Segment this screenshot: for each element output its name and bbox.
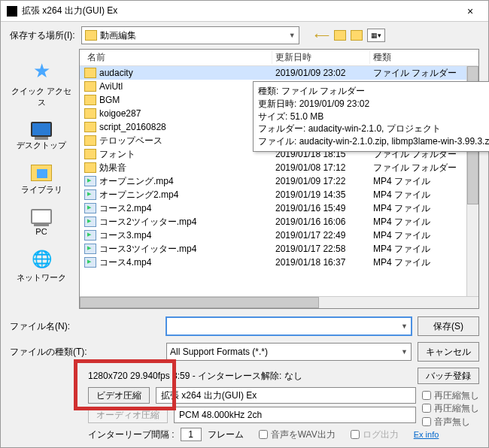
horizontal-scrollbar[interactable] [80,296,478,308]
file-type: MP4 ファイル [373,216,478,229]
app-icon [7,6,17,17]
places-bar: ★クイック アクセス デスクトップ ライブラリ PC 🌐ネットワーク [10,49,73,309]
location-value: 動画編集 [100,29,136,42]
file-icon [84,203,96,213]
close-button[interactable]: × [458,5,482,17]
file-date: 2019/01/16 15:49 [275,203,373,213]
file-row[interactable]: オープニング.mp42019/01/09 17:22MP4 ファイル [80,174,478,188]
folder-icon [84,95,96,105]
place-library[interactable]: ライブラリ [21,165,62,195]
cancel-button[interactable]: キャンセル [418,342,479,362]
file-type: MP4 ファイル [373,189,478,201]
dialog-window: 拡張 x264 出力(GUI) Ex × 保存する場所(I): 動画編集 ▼ ⟵… [0,0,489,448]
titlebar: 拡張 x264 出力(GUI) Ex × [1,1,488,22]
file-date: 2019/01/19 14:35 [275,189,373,200]
file-row[interactable]: コース2.mp42019/01/16 15:49MP4 ファイル [80,201,478,215]
file-list: 名前 更新日時 種類 audacity2019/01/09 23:02ファイル … [79,49,479,309]
file-row[interactable]: 効果音2019/01/08 17:12ファイル フォルダー [80,161,478,174]
file-date: 2019/01/08 17:12 [275,162,373,173]
folder-icon [84,81,96,92]
file-icon [84,176,96,186]
file-name: コース3.mp4 [99,229,275,242]
file-name: コース2.mp4 [99,202,275,215]
file-tooltip: 種類: ファイル フォルダー 更新日時: 2019/01/09 23:02 サイ… [253,81,489,152]
file-name: BGM [99,95,275,105]
column-type[interactable]: 種類 [370,51,478,64]
file-date: 2019/01/09 17:22 [275,176,373,186]
file-name: 効果音 [99,162,275,174]
chevron-down-icon: ▼ [401,348,408,356]
filetype-combo[interactable]: All Support Formats (*.*)▼ [166,343,412,361]
file-icon [84,244,96,254]
filename-label: ファイル名(N): [10,320,160,333]
place-desktop[interactable]: デスクトップ [17,122,66,151]
ex-info-link[interactable]: Ex info [414,430,439,439]
file-date: 2019/01/17 22:58 [275,244,373,254]
file-name: コース2ツイッター.mp4 [99,216,275,229]
highlight-annotation [74,359,176,410]
interleave-unit: フレーム [208,428,244,441]
video-no-recompress-checkbox[interactable]: 再圧縮無し [422,389,479,402]
desktop-icon [31,122,52,137]
file-name: audacity [99,68,275,78]
list-header: 名前 更新日時 種類 [80,50,478,66]
file-row[interactable]: audacity2019/01/09 23:02ファイル フォルダー [80,66,478,80]
save-button[interactable]: 保存(S) [418,316,479,336]
file-name: コース4.mp4 [99,256,275,269]
file-type: MP4 ファイル [373,202,478,215]
filename-input[interactable]: ▼ [166,317,412,335]
location-combo[interactable]: 動画編集 ▼ [81,26,299,44]
chevron-down-icon: ▼ [289,32,296,39]
folder-icon [85,30,97,41]
place-pc[interactable]: PC [31,209,52,236]
file-name: コース3ツイッター.mp4 [99,243,275,256]
back-icon[interactable]: ⟵ [314,29,330,41]
file-name: テロップベース [99,135,275,147]
place-network[interactable]: 🌐ネットワーク [17,250,66,283]
batch-register-button[interactable]: バッチ登録 [418,368,479,384]
place-quick-access[interactable]: ★クイック アクセス [10,59,73,108]
file-icon [84,257,96,268]
file-icon [84,230,96,241]
column-name[interactable]: 名前 [84,51,272,64]
library-icon [31,165,52,181]
column-date[interactable]: 更新日時 [272,51,370,64]
no-audio-checkbox[interactable]: 音声無し [422,416,479,428]
file-date: 2019/01/17 22:49 [275,230,373,241]
file-date: 2019/01/18 16:37 [275,257,373,268]
up-folder-icon[interactable] [334,30,346,41]
audio-no-recompress-checkbox[interactable]: 再圧縮無し [422,402,479,415]
file-row[interactable]: コース3.mp42019/01/17 22:49MP4 ファイル [80,229,478,242]
folder-icon [84,162,96,173]
file-type: MP4 ファイル [373,243,478,256]
file-name: オープニング2.mp4 [99,189,275,201]
window-title: 拡張 x264 出力(GUI) Ex [22,5,458,17]
file-name: オープニング.mp4 [99,175,275,188]
file-row[interactable]: コース4.mp42019/01/18 16:37MP4 ファイル [80,256,478,269]
view-menu-button[interactable]: ▦▾ [367,29,385,42]
star-icon: ★ [33,59,50,83]
folder-icon [84,122,96,132]
file-type: MP4 ファイル [373,229,478,242]
file-row[interactable]: コース2ツイッター.mp42019/01/16 16:06MP4 ファイル [80,215,478,229]
chevron-down-icon: ▼ [401,322,408,330]
file-name: script_20160828 [99,122,275,132]
file-icon [84,189,96,200]
network-icon: 🌐 [32,250,52,269]
folder-icon [84,108,96,119]
file-row[interactable]: コース3ツイッター.mp42019/01/17 22:58MP4 ファイル [80,242,478,256]
file-type: MP4 ファイル [373,256,478,269]
new-folder-icon[interactable] [351,30,363,41]
save-in-label: 保存する場所(I): [10,29,75,42]
location-toolbar: 保存する場所(I): 動画編集 ▼ ⟵ ▦▾ [1,22,488,49]
file-date: 2019/01/09 23:02 [275,68,373,78]
interleave-input[interactable] [181,428,202,441]
file-row[interactable]: オープニング2.mp42019/01/19 14:35MP4 ファイル [80,188,478,201]
wav-output-checkbox[interactable]: 音声をWAV出力 [259,428,336,441]
folder-icon [84,68,96,78]
video-codec-field[interactable]: 拡張 x264 出力(GUI) Ex [156,387,416,404]
file-type: MP4 ファイル [373,175,478,188]
folder-icon [84,135,96,146]
log-output-checkbox[interactable]: ログ出力 [351,428,399,441]
audio-codec-field[interactable]: PCM 48.000kHz 2ch [174,407,416,423]
